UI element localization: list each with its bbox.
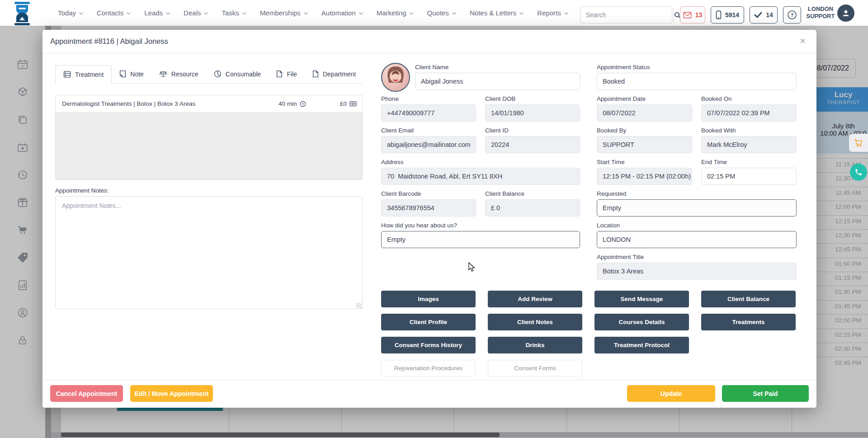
- app-root: 12 08/07/2022 10:00 AM10:15 AM10:30 AM10…: [0, 0, 868, 438]
- treatments-button[interactable]: Treatments: [701, 314, 796, 330]
- rejuvenation-procedures-button[interactable]: Rejuvenation Procedures: [381, 360, 476, 377]
- field-client-balance: Client Balance £ 0: [485, 190, 580, 217]
- drinks-button[interactable]: Drinks: [488, 337, 582, 353]
- field-value[interactable]: 70 Maidstone Road, Abl, Ert SY11 8XH: [381, 168, 580, 185]
- nav-item-automation[interactable]: Automation: [321, 9, 363, 17]
- set-paid-button[interactable]: Set Paid: [722, 385, 809, 402]
- tab-resource[interactable]: Resource: [151, 65, 206, 83]
- nav-item-notes-letters[interactable]: Notes & Letters: [470, 9, 524, 17]
- treatment-price: £0: [340, 100, 357, 107]
- tab-consumable[interactable]: Consumable: [206, 65, 269, 83]
- field-value[interactable]: SUPPORT: [597, 136, 692, 153]
- question-icon: ?: [787, 10, 797, 20]
- nav-item-tasks[interactable]: Tasks: [222, 9, 246, 17]
- user-avatar[interactable]: [837, 5, 854, 22]
- field-label: Client Name: [415, 64, 580, 72]
- appointment-fields-grid: Appointment Status Booked Appointment Da…: [597, 64, 797, 280]
- field-value[interactable]: LONDON: [597, 231, 797, 248]
- tab-treatment[interactable]: Treatment: [55, 65, 112, 84]
- app-logo-hourglass-icon[interactable]: [13, 2, 31, 25]
- field-value[interactable]: Booked: [597, 73, 797, 90]
- cart-float-button[interactable]: [849, 134, 868, 152]
- field-client-name: Client Name Abigail Joness: [415, 64, 580, 90]
- check-icon: [754, 12, 762, 18]
- textarea-resize-grip[interactable]: [356, 303, 362, 308]
- check-badge[interactable]: 14: [750, 6, 778, 24]
- cancel-appointment-button[interactable]: Cancel Appointment: [50, 385, 123, 402]
- mail-badge[interactable]: 13: [680, 6, 705, 24]
- field-value[interactable]: Abigail Joness: [415, 73, 580, 90]
- close-icon[interactable]: ×: [800, 36, 806, 46]
- courses-details-button[interactable]: Courses Details: [594, 314, 689, 330]
- top-navigation-bar: TodayContactsLeadsDealsTasksMembershipsA…: [0, 0, 868, 26]
- modal-footer: Cancel Appointment Edit / Move Appointme…: [42, 380, 816, 408]
- field-label: Start Time: [597, 159, 692, 167]
- treatment-row[interactable]: Dermatologist Treatments | Botox | Botox…: [56, 95, 362, 113]
- edit-move-appointment-button[interactable]: Edit / Move Appointment: [130, 385, 213, 402]
- nav-item-deals[interactable]: Deals: [184, 9, 208, 17]
- mobile-icon: [716, 10, 722, 19]
- field-value[interactable]: 07/07/2022 02:39 PM: [701, 104, 797, 122]
- field-appointment-status: Appointment Status Booked: [597, 64, 797, 90]
- field-value[interactable]: £ 0: [485, 199, 580, 217]
- nav-item-contacts[interactable]: Contacts: [97, 9, 131, 17]
- field-value[interactable]: abigailjones@mailinator.com: [381, 136, 476, 153]
- images-button[interactable]: Images: [381, 291, 476, 307]
- tab-file[interactable]: File: [269, 65, 305, 83]
- phone-icon: [854, 168, 863, 176]
- field-value[interactable]: 20224: [485, 136, 580, 153]
- field-label: Booked By: [597, 127, 692, 135]
- nav-item-leads[interactable]: Leads: [144, 9, 170, 17]
- chevron-down-icon: [79, 12, 83, 15]
- treatment-protocol-button[interactable]: Treatment Protocol: [594, 337, 689, 353]
- field-value[interactable]: Botox 3 Areas: [597, 263, 797, 280]
- field-value[interactable]: Empty: [597, 199, 797, 217]
- consent-forms-button[interactable]: Consent Forms: [488, 360, 582, 377]
- field-value[interactable]: 3455678976554: [381, 199, 476, 217]
- client-notes-button[interactable]: Client Notes: [488, 314, 582, 330]
- mail-count: 13: [695, 11, 703, 19]
- client-profile-button[interactable]: Client Profile: [381, 314, 476, 330]
- field-label: Appointment Title: [597, 254, 797, 262]
- field-label: Booked With: [701, 127, 797, 135]
- phone-float-button[interactable]: [850, 164, 867, 181]
- help-badge[interactable]: ?: [783, 6, 801, 24]
- search-input[interactable]: [580, 7, 673, 23]
- treatment-name: Dermatologist Treatments | Botox | Botox…: [62, 100, 195, 107]
- appointment-modal: Appointment #8116 | Abigail Joness × Tre…: [42, 30, 816, 408]
- field-value[interactable]: Empty: [381, 231, 580, 248]
- field-value[interactable]: +447490009777: [381, 104, 476, 122]
- chevron-down-icon: [519, 12, 524, 15]
- nav-item-marketing[interactable]: Marketing: [377, 9, 414, 17]
- field-label: Appointment Status: [597, 64, 797, 72]
- client-balance-button[interactable]: Client Balance: [701, 291, 796, 307]
- field-value[interactable]: 02:15 PM: [701, 168, 797, 185]
- field-appointment-title: Appointment Title Botox 3 Areas: [597, 254, 797, 280]
- field-value[interactable]: 08/07/2022: [597, 104, 692, 122]
- update-button[interactable]: Update: [627, 385, 715, 402]
- appointment-notes-textarea[interactable]: [55, 196, 363, 309]
- field-value[interactable]: 14/01/1980: [485, 104, 580, 122]
- field-label: Appointment Date: [597, 95, 692, 104]
- nav-item-today[interactable]: Today: [58, 9, 83, 17]
- field-booked-by: Booked By SUPPORT: [597, 127, 692, 153]
- client-fields-grid: Client Name Abigail Joness Phone +447490…: [381, 64, 580, 248]
- field-value[interactable]: 12:15 PM - 02:15 PM (02:00h): [597, 168, 692, 185]
- consent-forms-history-button[interactable]: Consent Forms History: [381, 337, 476, 353]
- field-client-dob: Client DOB 14/01/1980: [485, 95, 580, 122]
- search-box: [580, 6, 672, 24]
- treatment-list: Dermatologist Treatments | Botox | Botox…: [55, 95, 363, 180]
- add-review-button[interactable]: Add Review: [488, 291, 582, 307]
- nav-item-memberships[interactable]: Memberships: [260, 9, 308, 17]
- field-label: Address: [381, 159, 580, 167]
- tab-department[interactable]: Department: [305, 65, 363, 83]
- clock-icon: [300, 101, 306, 107]
- send-message-button[interactable]: Send Message: [594, 291, 689, 307]
- chevron-down-icon: [304, 12, 308, 15]
- field-value[interactable]: Mark McElroy: [701, 136, 797, 153]
- top-nav: TodayContactsLeadsDealsTasksMembershipsA…: [58, 0, 596, 26]
- phone-badge[interactable]: 5914: [711, 6, 744, 24]
- tab-note[interactable]: Note: [112, 65, 151, 83]
- nav-item-reports[interactable]: Reports: [537, 9, 568, 17]
- nav-item-quotes[interactable]: Quotes: [427, 9, 456, 17]
